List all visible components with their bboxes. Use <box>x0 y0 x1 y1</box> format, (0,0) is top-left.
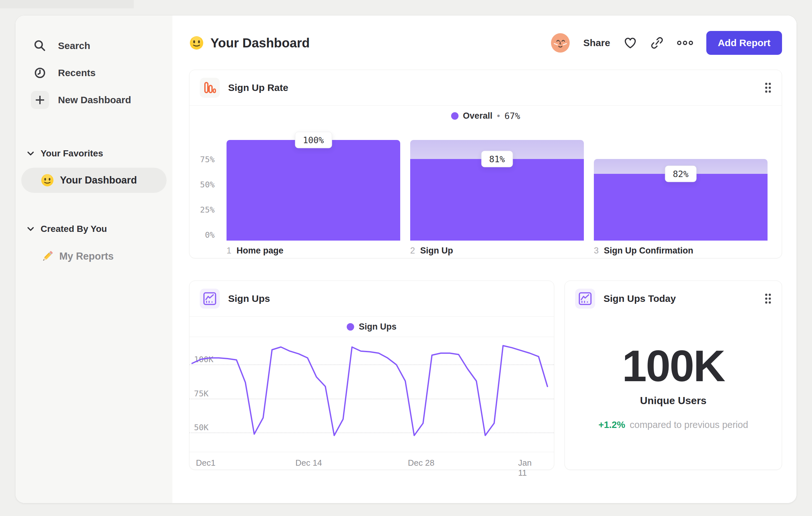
sidebar-item-label: New Dashboard <box>58 94 131 105</box>
line-plot: 100K75K50K <box>190 337 554 452</box>
sidebar-item-label: Recents <box>58 67 96 78</box>
funnel-y-tick: 50% <box>200 181 214 189</box>
smiley-emoji-icon <box>189 35 204 50</box>
sidebar-item-label: Search <box>58 40 90 51</box>
funnel-value-badge: 81% <box>481 151 513 167</box>
metric-label: Unique Users <box>640 395 706 407</box>
line-x-tick: Dec1 <box>196 458 215 468</box>
legend-name: Sign Ups <box>359 322 396 332</box>
legend-value: 67% <box>504 111 520 121</box>
line-chart-icon <box>575 289 595 309</box>
sidebar-item-my-reports[interactable]: My Reports <box>21 245 167 268</box>
pencil-emoji-icon <box>40 250 54 263</box>
favorites-section: Your Favorites Your Dashboard <box>21 144 167 193</box>
sign-up-rate-card: Sign Up Rate Overall • 67% 75%50%25%0% <box>189 70 782 258</box>
card-header: Sign Ups Today <box>565 281 782 316</box>
sidebar-item-your-dashboard[interactable]: Your Dashboard <box>21 168 167 193</box>
metric-delta-row: +1.2% compared to previous period <box>598 419 748 430</box>
chevron-down-icon <box>27 151 34 156</box>
plus-icon <box>31 91 49 109</box>
metric-delta: +1.2% <box>598 419 625 430</box>
funnel-step-name: Sign Up Confirmation <box>604 246 693 256</box>
card-title: Sign Ups Today <box>604 293 676 304</box>
funnel-step-index: 3 <box>594 246 599 256</box>
sidebar-item-recents[interactable]: Recents <box>21 59 167 86</box>
page-header: Your Dashboard Share <box>189 31 782 55</box>
funnel-y-tick: 0% <box>205 231 214 239</box>
legend-name: Overall <box>463 111 493 121</box>
sidebar-item-new-dashboard[interactable]: New Dashboard <box>21 86 167 113</box>
funnel-step-name: Home page <box>236 246 284 256</box>
created-section-header[interactable]: Created By You <box>21 220 167 238</box>
avatar[interactable] <box>550 33 570 53</box>
line-x-tick: Jan 11 <box>518 458 542 478</box>
sidebar-item-search[interactable]: Search <box>21 32 167 59</box>
sidebar-item-label: My Reports <box>59 251 114 262</box>
metric-value: 100K <box>622 340 725 391</box>
card-title: Sign Ups <box>228 293 270 304</box>
funnel-bar[interactable]: 100% <box>227 140 400 241</box>
page-title: Your Dashboard <box>189 35 310 50</box>
funnel-y-tick: 75% <box>200 156 214 164</box>
funnel-chart-icon <box>200 78 220 98</box>
top-strip <box>0 0 134 8</box>
app-window: Search Recents New Dashboard <box>16 16 796 503</box>
funnel-plot: 75%50%25%0% 100%81%82% <box>193 140 767 241</box>
legend-dot <box>347 323 354 331</box>
drag-handle-icon[interactable] <box>764 293 772 304</box>
funnel-y-axis: 75%50%25%0% <box>193 140 216 241</box>
funnel-step-name: Sign Up <box>420 246 453 256</box>
funnel-legend: Overall • 67% <box>190 106 782 126</box>
sidebar: Search Recents New Dashboard <box>16 16 172 503</box>
clock-icon <box>31 64 49 82</box>
line-x-tick: Dec 28 <box>408 458 434 468</box>
legend-separator: • <box>497 111 500 121</box>
sidebar-item-label: Your Dashboard <box>60 174 137 186</box>
funnel-step-label: 3Sign Up Confirmation <box>594 246 767 256</box>
funnel-bar-solid <box>410 159 584 241</box>
created-by-you-section: Created By You My Reports <box>21 220 167 268</box>
metric-delta-caption: compared to previous period <box>630 419 748 430</box>
funnel-value-badge: 82% <box>665 165 697 182</box>
drag-handle-icon[interactable] <box>764 82 772 93</box>
line-legend: Sign Ups <box>190 317 554 337</box>
line-x-tick: Dec 14 <box>295 458 322 468</box>
sign-ups-card: Sign Ups Sign Ups 100K75K50K Dec1Dec 14D… <box>189 280 554 470</box>
sign-ups-today-card: Sign Ups Today 100K Unique Users +1.2% <box>564 280 782 470</box>
header-actions: Share <box>550 31 782 55</box>
funnel-step-index: 1 <box>227 246 231 256</box>
smiley-emoji-icon <box>40 173 54 187</box>
funnel-step-label: 1Home page <box>227 246 400 256</box>
sign-ups-line-series <box>190 337 554 452</box>
funnel-step-label: 2Sign Up <box>410 246 584 256</box>
metric-body: 100K Unique Users +1.2% compared to prev… <box>565 316 782 430</box>
favorites-section-header[interactable]: Your Favorites <box>21 144 167 163</box>
main-content: Your Dashboard Share <box>172 16 796 503</box>
copy-link-icon[interactable] <box>650 36 664 50</box>
section-title: Your Favorites <box>40 148 103 159</box>
line-x-axis: Dec1Dec 14Dec 28Jan 11 <box>190 452 554 472</box>
favorite-heart-icon[interactable] <box>623 36 637 49</box>
funnel-value-badge: 100% <box>295 132 332 148</box>
line-chart-icon <box>200 289 220 309</box>
legend-dot <box>451 112 459 120</box>
card-title: Sign Up Rate <box>228 82 288 93</box>
chevron-down-icon <box>27 227 34 231</box>
more-options-icon[interactable] <box>677 40 693 46</box>
funnel-step-index: 2 <box>410 246 415 256</box>
funnel-bar-solid <box>594 174 767 241</box>
funnel-y-tick: 25% <box>200 206 214 214</box>
card-header: Sign Up Rate <box>190 70 782 105</box>
section-title: Created By You <box>40 224 107 234</box>
funnel-x-axis: 1Home page2Sign Up3Sign Up Confirmation <box>193 246 767 256</box>
funnel-bar-solid <box>227 140 400 241</box>
add-report-button[interactable]: Add Report <box>706 31 782 55</box>
funnel-bar[interactable]: 82% <box>594 140 767 241</box>
share-button[interactable]: Share <box>583 37 610 48</box>
card-header: Sign Ups <box>190 281 554 316</box>
funnel-bar[interactable]: 81% <box>410 140 584 241</box>
search-icon <box>31 37 49 55</box>
